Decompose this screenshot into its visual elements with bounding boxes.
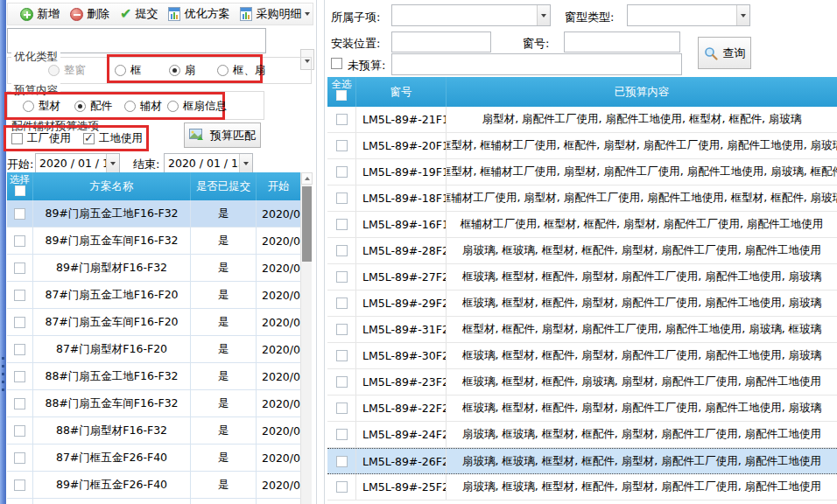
radio-icon[interactable] <box>167 101 179 112</box>
row-checkbox[interactable] <box>336 298 348 309</box>
budget-match-button[interactable]: 预算匹配 <box>184 122 261 148</box>
dropdown-button[interactable] <box>106 154 119 172</box>
dropdown-button[interactable] <box>736 5 749 25</box>
add-button[interactable]: 新增 <box>15 4 65 24</box>
row-checkbox[interactable] <box>14 452 25 464</box>
radio-icon[interactable] <box>124 101 136 112</box>
dropdown-button[interactable] <box>239 154 252 172</box>
radio-icon[interactable] <box>74 101 86 112</box>
radio-icon[interactable] <box>217 65 229 76</box>
plan-row[interactable]: 87#门扇五金工地F16-F20是2020/0 <box>7 282 300 309</box>
radio-sash[interactable]: 扇 <box>169 63 196 78</box>
row-checkbox[interactable] <box>336 114 348 125</box>
window-row[interactable]: LM5L-89#-18F16框辅材工厂使用, 扇型材, 扇配件工厂使用, 扇配件… <box>327 186 837 212</box>
window-row[interactable]: LM5L-89#-24F22扇玻璃, 框玻璃, 框型材, 框配件, 扇型材, 扇… <box>327 422 837 448</box>
budgeted-column-header[interactable]: 已预算内容 <box>447 77 837 107</box>
window-no-column-header[interactable]: 窗号 <box>356 77 447 107</box>
plan-name-column-header[interactable]: 方案名称 <box>33 172 191 200</box>
row-checkbox[interactable] <box>14 425 25 437</box>
radio-icon[interactable] <box>48 65 60 76</box>
plan-row[interactable]: 87#门扇五金车间F16-F20是2020/0 <box>7 309 300 336</box>
panel-splitter[interactable] <box>324 0 325 504</box>
sub-item-select[interactable] <box>391 4 551 26</box>
row-checkbox[interactable] <box>336 481 348 493</box>
unbudgeted-input[interactable] <box>391 53 682 75</box>
row-checkbox[interactable] <box>336 166 348 178</box>
plan-row[interactable]: 89#门扇型材F16-F32是2020/0 <box>7 255 300 282</box>
window-row[interactable]: LM5L-89#-25F23扇玻璃, 框玻璃, 框型材, 框配件, 扇型材, 扇… <box>327 474 837 500</box>
row-checkbox[interactable] <box>14 371 25 382</box>
window-row[interactable]: LM5L-89#-30F28框玻璃, 框型材, 框配件, 扇型材, 扇配件工厂使… <box>327 343 837 369</box>
radio-auxiliary[interactable]: 辅材 <box>124 99 162 114</box>
submit-button[interactable]: ✔ 提交 <box>115 4 163 24</box>
radio-icon[interactable] <box>23 101 34 112</box>
radio-frame-sash-info[interactable]: 框扇信息 <box>167 99 227 114</box>
row-checkbox[interactable] <box>14 480 25 491</box>
scroll-up-button[interactable] <box>301 172 313 185</box>
dropdown-button[interactable] <box>537 5 550 25</box>
delete-button[interactable]: 删除 <box>65 4 115 24</box>
panel-splitter[interactable] <box>316 0 317 504</box>
scrollbar-thumb[interactable] <box>302 186 312 262</box>
window-row[interactable]: LM5L-89#-31F29框型材, 框配件, 扇型材, 扇配件工厂使用, 扇配… <box>327 317 837 343</box>
factory-use-checkbox[interactable]: 工厂使用 <box>11 131 71 146</box>
plan-row[interactable]: 88#门扇五金工地F16-F32是2020/0 <box>7 363 300 390</box>
row-checkbox[interactable] <box>336 376 348 388</box>
radio-frame-sash[interactable]: 框、扇 <box>217 63 266 78</box>
row-checkbox[interactable] <box>14 235 25 247</box>
row-checkbox[interactable] <box>336 429 348 440</box>
plan-row[interactable]: 89#门扇五金车间F16-F32是2020/0 <box>7 228 300 255</box>
purchase-detail-button[interactable]: 采购明细 <box>235 4 315 24</box>
select-all-checkbox[interactable] <box>336 90 347 101</box>
dropdown-arrow-icon[interactable] <box>305 12 310 16</box>
start-column-header[interactable]: 开始 <box>257 172 300 200</box>
row-checkbox[interactable] <box>14 290 25 301</box>
query-button[interactable]: 查询 <box>698 37 751 69</box>
row-checkbox[interactable] <box>14 262 25 274</box>
window-no-input[interactable] <box>564 32 680 52</box>
site-use-checkbox[interactable]: 工地使用 <box>83 131 143 146</box>
row-checkbox[interactable] <box>336 219 348 230</box>
radio-icon[interactable] <box>169 65 180 76</box>
window-row[interactable]: LM5L-89#-19F17框型材, 框辅材工厂使用, 扇型材, 扇配件工厂使用… <box>327 159 837 186</box>
window-row[interactable]: LM5L-89#-21F19扇型材, 扇配件工厂使用, 扇配件工地使用, 框型材… <box>327 107 837 133</box>
window-row[interactable]: LM5L-89#-22F20框玻璃, 框型材, 框配件, 扇型材, 扇配件工厂使… <box>327 396 837 422</box>
radio-whole-window[interactable]: 整窗 <box>48 63 86 78</box>
window-row[interactable]: LM5L-89#-16F15框辅材工厂使用, 框型材, 框配件, 扇型材, 扇配… <box>327 212 837 238</box>
window-row[interactable]: LM5L-89#-26F24扇玻璃, 框玻璃, 框型材, 框配件, 扇型材, 扇… <box>327 448 837 474</box>
docked-panel-strip[interactable] <box>0 0 6 504</box>
unbudgeted-checkbox[interactable] <box>331 58 342 69</box>
plan-row[interactable]: 88#门扇五金车间F16-F32是2020/0 <box>7 390 300 417</box>
row-checkbox[interactable] <box>336 324 348 335</box>
row-checkbox[interactable] <box>14 317 25 328</box>
row-checkbox[interactable] <box>336 402 348 414</box>
window-row[interactable]: LM5L-89#-29F27框玻璃, 框型材, 框配件, 扇型材, 扇配件工厂使… <box>327 290 837 317</box>
plan-row[interactable]: 89#门扇五金工地F16-F32是2020/0 <box>7 200 300 228</box>
window-row[interactable]: LM5L-89#-23F21框玻璃, 框型材, 框配件, 扇玻璃, 扇型材, 扇… <box>327 369 837 396</box>
submitted-column-header[interactable]: 是否已提交 <box>191 172 257 200</box>
row-checkbox[interactable] <box>336 140 348 151</box>
checkbox-icon[interactable] <box>11 133 23 144</box>
row-checkbox[interactable] <box>336 350 348 361</box>
plan-row[interactable]: 88#门框五金F21-F40是2020/0 <box>7 499 300 504</box>
plan-row[interactable]: 87#门框五金F26-F40是2020/0 <box>7 444 300 472</box>
start-date-picker[interactable]: 2020 / 01 / 1 <box>35 153 120 173</box>
install-position-input[interactable] <box>391 32 491 52</box>
radio-frame[interactable]: 框 <box>115 63 142 78</box>
window-row[interactable]: LM5L-89#-20F18框型材, 框辅材工厂使用, 框配件, 扇型材, 扇配… <box>327 133 837 159</box>
plan-row[interactable]: 89#门框五金F26-F40是2020/0 <box>7 472 300 499</box>
checkbox-icon[interactable] <box>83 133 95 144</box>
row-checkbox[interactable] <box>336 271 348 283</box>
plan-row[interactable]: 87#门扇型材F16-F20是2020/0 <box>7 336 300 363</box>
optimize-plan-button[interactable]: 优化方案 <box>163 4 235 24</box>
plan-table-scrollbar[interactable] <box>300 172 312 504</box>
row-checkbox[interactable] <box>14 208 25 220</box>
radio-profile[interactable]: 型材 <box>23 99 60 114</box>
window-row[interactable]: LM5L-89#-28F26扇玻璃, 框玻璃, 框型材, 框配件, 扇型材, 扇… <box>327 238 837 264</box>
row-checkbox[interactable] <box>336 456 348 467</box>
row-checkbox[interactable] <box>14 398 25 410</box>
row-checkbox[interactable] <box>14 344 25 355</box>
radio-icon[interactable] <box>115 65 126 76</box>
radio-accessory[interactable]: 配件 <box>74 99 112 114</box>
row-checkbox[interactable] <box>336 245 348 256</box>
